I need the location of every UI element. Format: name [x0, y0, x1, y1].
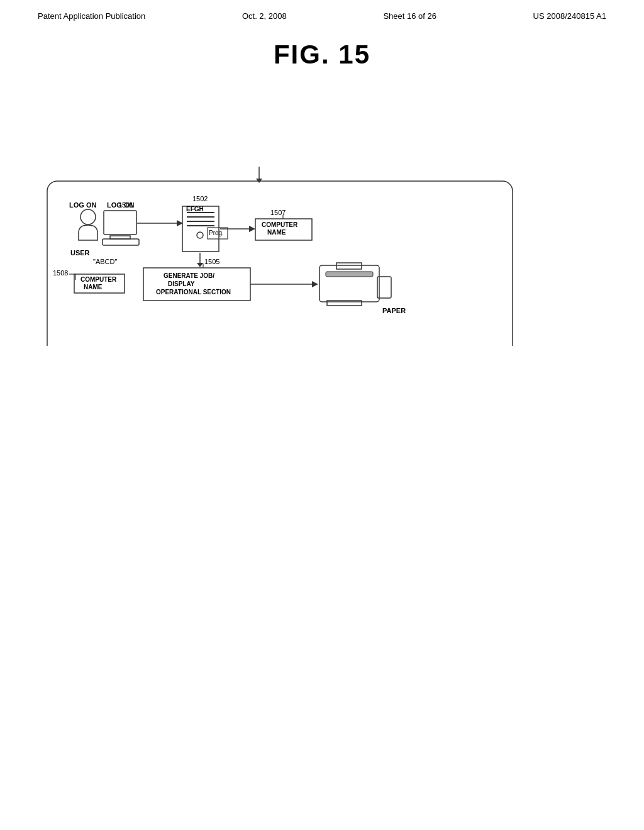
svg-marker-46 — [312, 281, 318, 287]
svg-text:NAME: NAME — [267, 229, 286, 236]
svg-rect-48 — [326, 272, 373, 277]
header-left: Patent Application Publication — [38, 11, 145, 21]
svg-text:1507: 1507 — [270, 209, 286, 216]
svg-rect-47 — [319, 265, 379, 302]
svg-point-3 — [80, 209, 96, 224]
svg-point-25 — [197, 232, 203, 238]
header-center: Oct. 2, 2008 — [242, 11, 287, 21]
svg-text:DISPLAY: DISPLAY — [168, 280, 195, 287]
svg-text:NAME: NAME — [84, 284, 103, 290]
figure-title: FIG. 15 — [0, 40, 644, 70]
header-sheet: Sheet 16 of 26 — [383, 11, 436, 21]
svg-text:Prog.: Prog. — [209, 230, 224, 236]
page-header: Patent Application Publication Oct. 2, 2… — [0, 0, 644, 21]
svg-rect-50 — [327, 301, 362, 306]
svg-rect-7 — [103, 239, 139, 245]
svg-text:USER: USER — [70, 249, 90, 257]
svg-text:1501: 1501 — [118, 201, 133, 209]
svg-rect-49 — [336, 263, 362, 269]
svg-rect-5 — [104, 211, 136, 235]
svg-text:"ABCD": "ABCD" — [93, 258, 117, 265]
svg-text:1502: 1502 — [192, 195, 208, 202]
svg-text:1508: 1508 — [53, 269, 68, 277]
header-right: US 2008/240815 A1 — [533, 11, 606, 21]
svg-text:1505: 1505 — [204, 258, 219, 265]
page: Patent Application Publication Oct. 2, 2… — [0, 0, 644, 830]
svg-text:PAPER: PAPER — [382, 307, 406, 314]
svg-text:COMPUTER: COMPUTER — [262, 221, 298, 228]
svg-text:EFGH: EFGH — [186, 206, 204, 213]
svg-marker-38 — [197, 263, 203, 267]
svg-text:LOG ON: LOG ON — [69, 201, 96, 209]
svg-text:OPERATIONAL SECTION: OPERATIONAL SECTION — [156, 289, 231, 296]
svg-text:COMPUTER: COMPUTER — [80, 276, 117, 283]
diagram-svg: LOG ON LOG ON USER "ABCD" 1508 COMPUTER … — [0, 75, 644, 346]
svg-text:GENERATE JOB/: GENERATE JOB/ — [164, 272, 214, 279]
svg-marker-31 — [249, 226, 255, 232]
